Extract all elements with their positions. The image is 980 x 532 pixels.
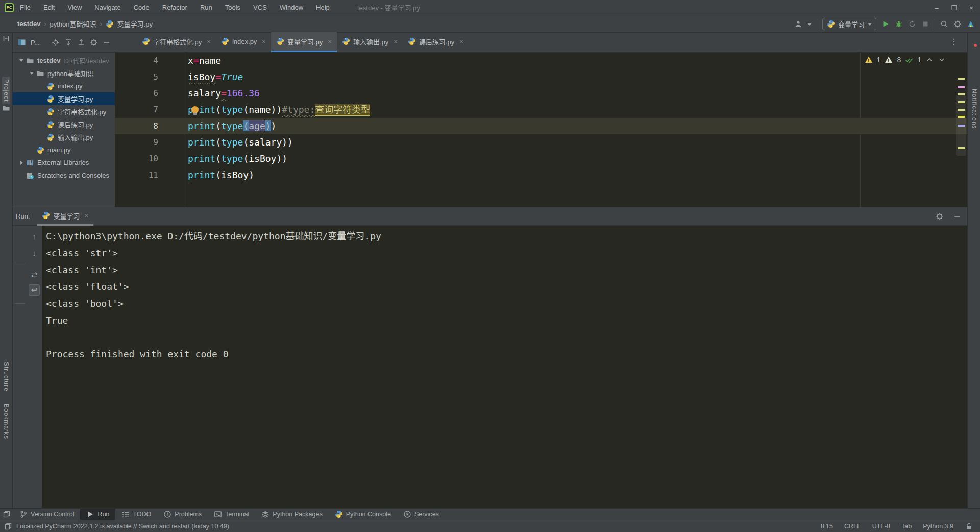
editor-tab-index.py[interactable]: index.py× xyxy=(216,32,271,52)
tool-stripe-bookmarks[interactable]: Bookmarks xyxy=(3,404,10,439)
menu-navigate[interactable]: Navigate xyxy=(94,4,120,11)
stop-process-button[interactable] xyxy=(14,271,26,282)
status-widget-tab[interactable]: Tab xyxy=(901,523,912,530)
search-everywhere-icon[interactable] xyxy=(940,20,948,28)
error-stripe-mark[interactable] xyxy=(958,116,965,118)
code-line-8[interactable]: 8print(type(age)) xyxy=(115,118,967,134)
error-stripe[interactable] xyxy=(956,53,966,207)
tool-stripe-notifications[interactable]: Notifications xyxy=(971,89,978,129)
clear-console-icon[interactable] xyxy=(29,315,40,326)
status-widget-utf-8[interactable]: UTF-8 xyxy=(872,523,890,530)
error-stripe-mark[interactable] xyxy=(958,86,965,88)
status-widget-8-15[interactable]: 8:15 xyxy=(821,523,833,530)
inspections-widget[interactable]: 181 xyxy=(865,56,946,64)
restore-layout-icon[interactable] xyxy=(14,288,26,300)
tool-window-button-run[interactable]: Run xyxy=(80,509,115,520)
status-message-area[interactable]: Localized PyCharm 2022.1.2 is available … xyxy=(4,522,229,530)
down-stack-trace-icon[interactable]: ↓ xyxy=(29,247,40,258)
status-message[interactable]: Localized PyCharm 2022.1.2 is available … xyxy=(16,523,229,530)
code-editor[interactable]: 4x=name5isBoy=True6salary=166.367print(t… xyxy=(115,53,967,207)
line-number[interactable]: 5 xyxy=(115,69,158,85)
soft-wrap-icon[interactable]: ↩ xyxy=(29,284,40,296)
tree-chevron-icon[interactable] xyxy=(27,72,36,75)
menu-run[interactable]: Run xyxy=(200,4,212,11)
close-button[interactable]: × xyxy=(963,0,980,15)
menu-vcs[interactable]: VCS xyxy=(253,4,267,11)
tree-item-课后练习.py[interactable]: 课后练习.py xyxy=(13,118,115,131)
run-with-coverage-button[interactable] xyxy=(908,20,916,28)
tool-window-button-version-control[interactable]: Version Control xyxy=(13,509,80,520)
tree-chevron-icon[interactable] xyxy=(17,161,26,165)
code-line-5[interactable]: 5isBoy=True xyxy=(115,69,967,85)
tree-item-python基础知识[interactable]: python基础知识 xyxy=(13,67,115,80)
code-line-10[interactable]: 10print(type(isBoy)) xyxy=(115,151,967,167)
code-line-4[interactable]: 4x=name xyxy=(115,53,967,69)
error-stripe-mark[interactable] xyxy=(958,109,965,111)
close-icon[interactable]: × xyxy=(328,38,332,45)
menu-code[interactable]: Code xyxy=(134,4,150,11)
pin-tab-icon[interactable] xyxy=(14,310,26,321)
tool-stripe-project[interactable]: Project xyxy=(2,77,10,104)
up-stack-trace-icon[interactable]: ↑ xyxy=(29,231,40,242)
hide-panel-icon[interactable] xyxy=(953,212,961,221)
line-number[interactable]: 10 xyxy=(115,151,158,167)
minimize-button[interactable]: – xyxy=(928,0,945,15)
rerun-button[interactable] xyxy=(14,231,26,242)
run-configuration-select[interactable]: 变量学习 xyxy=(822,18,876,30)
debug-button[interactable] xyxy=(895,20,903,28)
stop-button[interactable] xyxy=(921,20,929,28)
expand-all-icon[interactable] xyxy=(64,38,72,46)
editor-tab-输入输出.py[interactable]: 输入输出.py× xyxy=(337,32,403,52)
run-settings-gear-icon[interactable] xyxy=(936,212,944,221)
close-icon[interactable]: × xyxy=(262,38,266,45)
status-widget-python-3-9[interactable]: Python 3.9 xyxy=(923,523,953,530)
stripe-toggle-icon[interactable] xyxy=(2,35,10,43)
tool-stripe-structure[interactable]: Structure xyxy=(3,362,10,392)
tree-item-变量学习.py[interactable]: 变量学习.py xyxy=(13,92,115,105)
maximize-button[interactable]: ☐ xyxy=(945,0,963,15)
panel-settings-gear-icon[interactable] xyxy=(90,38,98,46)
close-icon[interactable]: × xyxy=(459,38,463,45)
run-button[interactable] xyxy=(881,20,890,28)
menu-refactor[interactable]: Refactor xyxy=(162,4,187,11)
previous-problem-icon[interactable] xyxy=(925,56,934,64)
menu-edit[interactable]: Edit xyxy=(43,4,55,11)
scroll-to-end-icon[interactable]: ⇄ xyxy=(29,269,40,280)
tree-item-输入输出.py[interactable]: 输入输出.py xyxy=(13,131,115,143)
tree-item-Scratches and Consoles[interactable]: Scratches and Consoles xyxy=(13,169,115,182)
line-number[interactable]: 6 xyxy=(115,85,158,102)
error-stripe-mark[interactable] xyxy=(958,93,965,95)
editor-tab-课后练习.py[interactable]: 课后练习.py× xyxy=(403,32,469,52)
error-stripe-mark[interactable] xyxy=(958,78,965,80)
menu-file[interactable]: File xyxy=(20,4,31,11)
settings-gear-icon[interactable] xyxy=(953,20,962,28)
code-line-11[interactable]: 11print(isBoy) xyxy=(115,167,967,183)
locate-file-icon[interactable] xyxy=(52,38,60,46)
line-number[interactable]: 11 xyxy=(115,167,158,183)
lock-open-icon[interactable] xyxy=(965,522,973,530)
tool-window-button-python-console[interactable]: Python Console xyxy=(329,509,397,520)
editor-tab-变量学习.py[interactable]: 变量学习.py× xyxy=(271,32,337,52)
tree-chevron-icon[interactable] xyxy=(17,59,26,62)
editor-tab-字符串格式化.py[interactable]: 字符串格式化.py× xyxy=(137,32,216,52)
next-problem-icon[interactable] xyxy=(938,56,946,64)
run-console-output[interactable]: C:\python3\python.exe D:/代码/testdev/pyth… xyxy=(42,226,967,508)
error-stripe-mark[interactable] xyxy=(958,101,965,103)
run-settings-wrench-icon[interactable] xyxy=(14,247,26,258)
breadcrumb-item[interactable]: python基础知识 xyxy=(50,19,96,29)
run-tab[interactable]: 变量学习 × xyxy=(37,207,93,226)
menu-help[interactable]: Help xyxy=(316,4,330,11)
error-stripe-mark[interactable] xyxy=(958,125,965,127)
status-widget-crlf[interactable]: CRLF xyxy=(844,523,861,530)
user-icon[interactable] xyxy=(794,20,802,28)
error-stripe-mark[interactable] xyxy=(958,147,965,149)
line-number[interactable]: 4 xyxy=(115,53,158,69)
tree-item-main.py[interactable]: main.py xyxy=(13,143,115,156)
tool-window-button-terminal[interactable]: Terminal xyxy=(208,509,255,520)
menu-view[interactable]: View xyxy=(67,4,82,11)
tool-window-button-python-packages[interactable]: Python Packages xyxy=(255,509,328,520)
tab-options-kebab-icon[interactable]: ⋮ xyxy=(950,37,958,46)
close-icon[interactable]: × xyxy=(84,212,88,220)
folder-tool-icon[interactable] xyxy=(2,104,10,112)
tree-item-index.py[interactable]: index.py xyxy=(13,80,115,92)
